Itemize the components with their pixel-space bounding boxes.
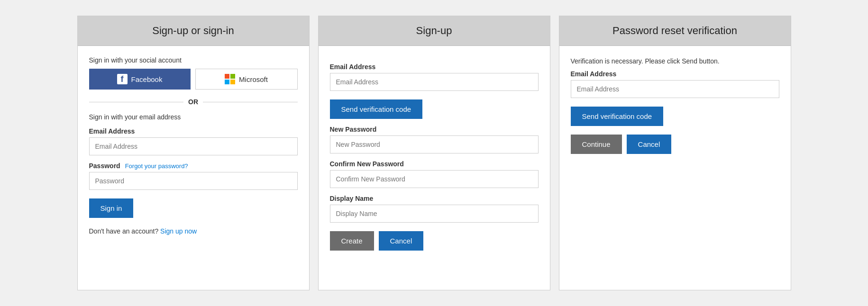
reset-btn-row: Continue Cancel bbox=[571, 135, 779, 154]
email-input[interactable] bbox=[89, 137, 298, 155]
facebook-label: Facebook bbox=[131, 75, 163, 83]
signup-cancel-button[interactable]: Cancel bbox=[379, 231, 424, 251]
microsoft-icon bbox=[225, 74, 235, 84]
no-account-text: Don't have an account? bbox=[89, 227, 159, 235]
panel-reset-body: Verification is necessary. Please click … bbox=[559, 46, 791, 164]
panel-reset-title: Password reset verification bbox=[559, 16, 791, 46]
email-signin-label: Sign in with your email address bbox=[89, 113, 298, 121]
or-text: OR bbox=[188, 98, 198, 106]
microsoft-button[interactable]: Microsoft bbox=[195, 69, 298, 90]
sign-in-button[interactable]: Sign in bbox=[89, 198, 134, 218]
display-name-label: Display Name bbox=[330, 195, 539, 202]
signup-footer: Don't have an account? Sign up now bbox=[89, 227, 298, 235]
ms-green-square bbox=[230, 74, 235, 79]
password-input[interactable] bbox=[89, 172, 298, 190]
signup-email-label: Email Address bbox=[330, 63, 539, 71]
email-field-label: Email Address bbox=[89, 127, 298, 135]
panels-container: Sign-up or sign-in Sign in with your soc… bbox=[77, 16, 791, 290]
or-divider: OR bbox=[89, 98, 298, 106]
or-line-right bbox=[203, 102, 298, 102]
panel-signup: Sign-up Email Address Send verification … bbox=[318, 16, 550, 290]
create-button[interactable]: Create bbox=[330, 231, 374, 251]
new-password-input[interactable] bbox=[330, 135, 539, 153]
ms-blue-square bbox=[225, 80, 229, 84]
confirm-password-input[interactable] bbox=[330, 170, 539, 188]
social-buttons: f Facebook Microsoft bbox=[89, 69, 298, 90]
reset-send-code-button[interactable]: Send verification code bbox=[571, 107, 664, 126]
reset-cancel-button[interactable]: Cancel bbox=[627, 135, 672, 154]
confirm-password-label: Confirm New Password bbox=[330, 160, 539, 168]
continue-button[interactable]: Continue bbox=[571, 135, 622, 154]
social-label: Sign in with your social account bbox=[89, 56, 298, 64]
or-line-left bbox=[89, 102, 184, 102]
panel-signup-title: Sign-up bbox=[319, 16, 550, 46]
password-label-row: Password Forgot your password? bbox=[89, 162, 298, 170]
facebook-button[interactable]: f Facebook bbox=[89, 69, 191, 90]
signup-email-input[interactable] bbox=[330, 73, 539, 91]
facebook-icon: f bbox=[117, 74, 128, 84]
display-name-input[interactable] bbox=[330, 205, 539, 223]
new-password-label: New Password bbox=[330, 126, 539, 133]
reset-email-label: Email Address bbox=[571, 70, 779, 78]
reset-email-input[interactable] bbox=[571, 80, 779, 98]
panel-password-reset: Password reset verification Verification… bbox=[559, 16, 791, 290]
panel-signin-title: Sign-up or sign-in bbox=[78, 16, 309, 46]
forgot-password-link[interactable]: Forgot your password? bbox=[125, 162, 188, 170]
panel-signup-body: Email Address Send verification code New… bbox=[319, 46, 550, 261]
verification-text: Verification is necessary. Please click … bbox=[571, 56, 779, 66]
microsoft-label: Microsoft bbox=[239, 75, 268, 83]
signup-btn-row: Create Cancel bbox=[330, 231, 539, 251]
panel-signin: Sign-up or sign-in Sign in with your soc… bbox=[77, 16, 310, 290]
password-label: Password bbox=[89, 162, 120, 170]
signup-link[interactable]: Sign up now bbox=[160, 227, 197, 235]
send-verification-code-button[interactable]: Send verification code bbox=[330, 99, 423, 119]
panel-signin-body: Sign in with your social account f Faceb… bbox=[78, 46, 309, 245]
ms-red-square bbox=[225, 74, 229, 79]
ms-yellow-square bbox=[230, 80, 235, 84]
